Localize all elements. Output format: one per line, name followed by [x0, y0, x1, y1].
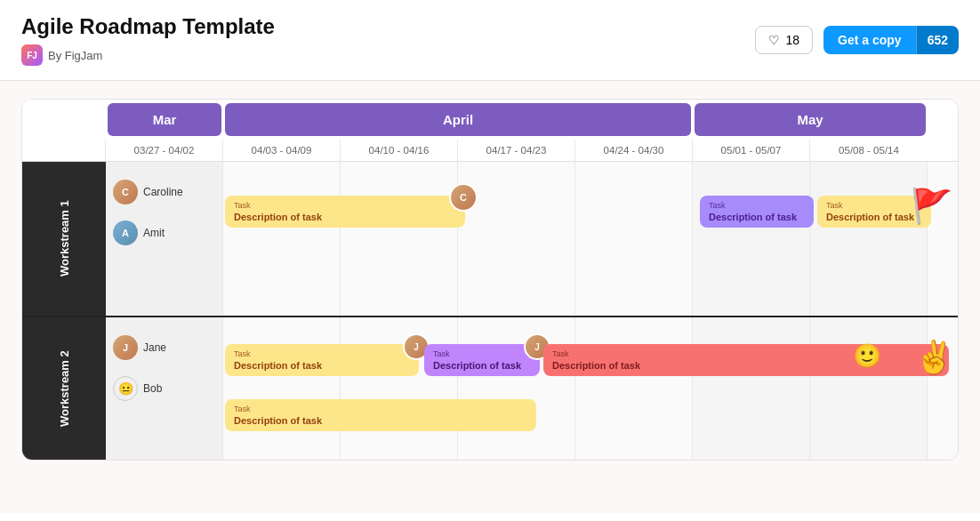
- like-count: 18: [785, 33, 799, 47]
- flag-emoji: 🚩: [911, 187, 952, 226]
- avatar-amit: A Amit: [113, 217, 183, 249]
- ws2-grid-col-3: [341, 317, 458, 460]
- avatar-jane: J Jane: [113, 332, 166, 364]
- ws2-grid-col-5: [575, 317, 693, 460]
- workstream-1-section: Workstream 1 C Caroline A: [22, 162, 958, 317]
- heart-icon: ♡: [768, 33, 780, 47]
- workstream-2-label: Workstream 2: [22, 317, 106, 460]
- canvas-area: Mar April May 03/27 - 04/02 04/03 - 04/0…: [0, 81, 980, 513]
- ws2-grid-col-6: [693, 317, 810, 460]
- header-actions: ♡ 18 Get a copy 652: [755, 26, 959, 54]
- ws1-task-1-desc: Description of task: [234, 212, 456, 222]
- page-title: Agile Roadmap Template: [21, 14, 275, 39]
- week-3: 04/10 - 04/16: [341, 140, 458, 161]
- avatar-jane-img: J: [113, 335, 138, 360]
- figjam-logo: FJ: [21, 44, 43, 66]
- ws2-task-3[interactable]: Task Description of task: [543, 344, 949, 376]
- grid-col-4: [458, 162, 575, 316]
- avatar-caroline: C Caroline: [113, 176, 183, 208]
- avatar-caroline-img: C: [113, 180, 138, 204]
- week-empty: [22, 140, 106, 161]
- amit-name: Amit: [143, 227, 165, 239]
- week-5: 04/24 - 04/30: [575, 140, 693, 161]
- ws1-task-1[interactable]: Task Description of task C: [225, 196, 465, 228]
- workstream-2-section: Workstream 2 J Jane 😐: [22, 317, 958, 460]
- grid-col-6: [693, 162, 810, 316]
- ws2-task-3-label: Task: [552, 349, 940, 358]
- ws2-task-4-desc: Description of task: [234, 415, 527, 426]
- week-2: 04/03 - 04/09: [223, 140, 341, 161]
- ws2-task-4-label: Task: [234, 405, 527, 413]
- ws1-task-2[interactable]: Task Description of task: [700, 196, 814, 228]
- jane-name: Jane: [143, 341, 166, 354]
- smiley-badge: 🙂: [853, 342, 881, 370]
- week-6: 05/01 - 05/07: [693, 140, 810, 161]
- bob-name: Bob: [143, 382, 162, 395]
- month-header-row: Mar April May: [22, 100, 958, 140]
- avatar-amit-img: A: [113, 220, 138, 245]
- grid-col-5: [575, 162, 693, 316]
- month-empty-cell: [22, 100, 106, 140]
- ws1-avatars: C Caroline A Amit: [113, 176, 183, 249]
- ws2-grid-col-2: [223, 317, 341, 460]
- header-left: Agile Roadmap Template FJ By FigJam: [21, 14, 275, 66]
- grid-col-3: [341, 162, 458, 316]
- roadmap-container: Mar April May 03/27 - 04/02 04/03 - 04/0…: [21, 99, 959, 461]
- week-header-row: 03/27 - 04/02 04/03 - 04/09 04/10 - 04/1…: [22, 140, 958, 162]
- week-7: 05/08 - 05/14: [810, 140, 928, 161]
- workstream-1-label: Workstream 1: [22, 162, 106, 316]
- month-april: April: [225, 103, 691, 136]
- get-copy-count[interactable]: 652: [916, 26, 959, 54]
- ws2-task-1-label: Task: [234, 349, 410, 358]
- ws1-task-1-label: Task: [234, 201, 456, 210]
- ws2-avatars: J Jane 😐 Bob: [113, 332, 166, 405]
- avatar-bob: 😐 Bob: [113, 373, 166, 405]
- month-may: May: [695, 103, 926, 136]
- workstream-1-content: C Caroline A Amit Task Description of ta…: [106, 162, 958, 316]
- ws1-task-3-desc: Description of task: [826, 212, 922, 222]
- get-copy-button-group[interactable]: Get a copy 652: [823, 26, 959, 54]
- ws2-task-4[interactable]: Task Description of task: [225, 399, 536, 431]
- page-header: Agile Roadmap Template FJ By FigJam ♡ 18…: [0, 0, 980, 81]
- grid-col-7: [810, 162, 928, 316]
- author-row: FJ By FigJam: [21, 44, 275, 66]
- grid-col-2: [223, 162, 341, 316]
- ws2-task-2-desc: Description of task: [433, 360, 531, 371]
- ws2-task-1[interactable]: Task Description of task J: [225, 344, 419, 376]
- week-1: 03/27 - 04/02: [106, 140, 223, 161]
- week-4: 04/17 - 04/23: [458, 140, 575, 161]
- ws2-grid-col-7: [810, 317, 928, 460]
- author-name: By FigJam: [48, 49, 102, 62]
- ws2-task-3-desc: Description of task: [552, 360, 940, 371]
- get-copy-main[interactable]: Get a copy: [823, 26, 916, 54]
- ws2-task-2[interactable]: Task Description of task J: [424, 344, 540, 376]
- ws1-task-3-label: Task: [826, 201, 922, 210]
- ws1-task-1-avatar: C: [449, 183, 478, 212]
- peace-emoji: ✌️: [914, 339, 954, 376]
- ws2-task-1-desc: Description of task: [234, 360, 410, 371]
- ws1-task-2-desc: Description of task: [709, 212, 805, 222]
- ws1-task-2-label: Task: [709, 201, 805, 210]
- like-button[interactable]: ♡ 18: [755, 26, 813, 54]
- month-mar: Mar: [108, 103, 221, 136]
- avatar-bob-img: 😐: [113, 376, 138, 401]
- workstream-2-content: J Jane 😐 Bob Task Description of task J: [106, 317, 958, 460]
- ws2-task-2-label: Task: [433, 349, 531, 358]
- caroline-name: Caroline: [143, 186, 183, 198]
- ws2-grid-col-4: [458, 317, 575, 460]
